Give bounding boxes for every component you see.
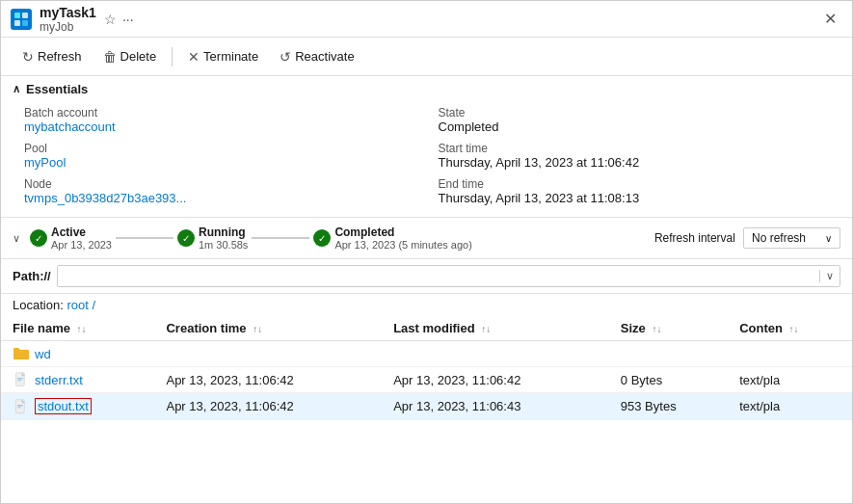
state-label: State (439, 106, 834, 119)
path-dropdown-chevron[interactable]: ∨ (819, 270, 840, 282)
start-time-value: Thursday, April 13, 2023 at 11:06:42 (439, 155, 834, 170)
pool-link[interactable]: myPool (24, 155, 419, 170)
svg-rect-10 (17, 407, 21, 408)
path-label: Path:// (13, 269, 51, 283)
essentials-grid: Batch account mybatchaccount State Compl… (1, 102, 852, 218)
pipeline-step-active: ✓ Active Apr 13, 2023 (30, 225, 112, 251)
end-time-value: Thursday, April 13, 2023 at 11:08:13 (439, 191, 834, 205)
file-table: File name ↑↓ Creation time ↑↓ Last modif… (1, 316, 852, 420)
toolbar-separator (172, 47, 173, 66)
delete-icon: 🗑 (103, 49, 117, 65)
node-label: Node (24, 177, 419, 191)
completed-step-sublabel: Apr 13, 2023 (5 minutes ago) (334, 239, 471, 251)
page-subtitle: myJob (40, 20, 96, 34)
selected-file-name[interactable]: stdout.txt (35, 398, 92, 414)
svg-rect-3 (14, 20, 20, 26)
folder-icon (13, 346, 30, 361)
location-path[interactable]: root / (67, 298, 95, 312)
table-row[interactable]: wd (1, 341, 852, 367)
content-cell (728, 341, 852, 367)
creation-time-cell (154, 341, 382, 367)
essentials-header[interactable]: ∧ Essentials (1, 76, 852, 102)
terminate-icon: ✕ (188, 49, 200, 65)
path-input[interactable] (58, 266, 819, 286)
file-icon (13, 372, 30, 387)
content-cell: text/pla (728, 393, 852, 420)
active-step-icon: ✓ (30, 229, 47, 247)
file-name-cell: wd (1, 341, 154, 367)
svg-rect-2 (22, 13, 28, 18)
batch-account-item: Batch account mybatchaccount (24, 106, 419, 134)
start-time-label: Start time (439, 142, 834, 155)
table-header-row: File name ↑↓ Creation time ↑↓ Last modif… (1, 316, 852, 341)
pool-label: Pool (24, 142, 419, 155)
col-creation[interactable]: Creation time ↑↓ (154, 316, 382, 341)
last-modified-cell (382, 341, 609, 367)
svg-rect-0 (11, 9, 32, 30)
state-value: Completed (439, 119, 834, 134)
title-bar: myTask1 myJob ☆ ··· ✕ (1, 1, 852, 38)
toolbar: ↻ Refresh 🗑 Delete ✕ Terminate ↺ Reactiv… (1, 38, 852, 76)
file-name-cell: stdout.txt (1, 393, 154, 420)
reactivate-icon: ↺ (280, 49, 291, 65)
pipeline-step-running: ✓ Running 1m 30.58s (177, 225, 248, 251)
close-button[interactable]: ✕ (818, 8, 842, 30)
size-cell: 0 Bytes (609, 367, 728, 393)
app-logo (11, 9, 32, 30)
active-step-label: Active (51, 225, 112, 239)
delete-button[interactable]: 🗑 Delete (93, 45, 167, 68)
running-step-sublabel: 1m 30.58s (199, 239, 248, 251)
page-title: myTask1 (40, 5, 96, 20)
state-item: State Completed (439, 106, 834, 134)
more-icon[interactable]: ··· (122, 12, 134, 27)
pin-icon[interactable]: ☆ (104, 12, 117, 27)
refresh-interval-dropdown[interactable]: No refresh ∨ (743, 227, 840, 249)
active-step-sublabel: Apr 13, 2023 (51, 239, 112, 251)
refresh-dropdown-chevron: ∨ (825, 233, 832, 244)
col-modified[interactable]: Last modified ↑↓ (382, 316, 609, 341)
refresh-button[interactable]: ↻ Refresh (13, 45, 92, 68)
svg-rect-4 (22, 20, 28, 26)
sort-icon-modified: ↑↓ (481, 324, 491, 334)
svg-rect-9 (17, 405, 23, 406)
content-cell: text/pla (728, 367, 852, 393)
creation-time-cell: Apr 13, 2023, 11:06:42 (154, 367, 382, 393)
col-content[interactable]: Conten ↑↓ (728, 316, 852, 341)
batch-account-link[interactable]: mybatchaccount (24, 119, 419, 134)
svg-rect-7 (17, 380, 21, 381)
svg-rect-6 (17, 378, 23, 379)
batch-account-label: Batch account (24, 106, 419, 119)
essentials-chevron: ∧ (13, 83, 20, 95)
pipeline-step-completed: ✓ Completed Apr 13, 2023 (5 minutes ago) (313, 225, 471, 251)
reactivate-button[interactable]: ↺ Reactivate (270, 45, 363, 68)
file-icon (13, 399, 30, 414)
sort-icon-size: ↑↓ (652, 324, 661, 334)
sort-icon-creation: ↑↓ (253, 324, 262, 334)
col-filename[interactable]: File name ↑↓ (1, 316, 154, 341)
file-link[interactable]: stderr.txt (35, 373, 83, 387)
running-step-label: Running (199, 225, 248, 239)
creation-time-cell: Apr 13, 2023, 11:06:42 (154, 393, 382, 420)
col-size[interactable]: Size ↑↓ (609, 316, 728, 341)
terminate-button[interactable]: ✕ Terminate (178, 45, 268, 68)
table-row[interactable]: stderr.txtApr 13, 2023, 11:06:42Apr 13, … (1, 367, 852, 393)
pipeline-toggle[interactable]: ∨ (13, 232, 20, 245)
title-bar-actions: ☆ ··· (104, 12, 134, 27)
node-link[interactable]: tvmps_0b3938d27b3ae393... (24, 191, 419, 205)
refresh-interval-value: No refresh (752, 231, 806, 245)
file-table-wrapper: File name ↑↓ Creation time ↑↓ Last modif… (1, 316, 852, 420)
location-bar: Location: root / (1, 294, 852, 316)
end-time-item: End time Thursday, April 13, 2023 at 11:… (439, 177, 834, 205)
path-bar: Path:// ∨ (1, 259, 852, 294)
pool-item: Pool myPool (24, 142, 419, 170)
last-modified-cell: Apr 13, 2023, 11:06:42 (382, 367, 609, 393)
size-cell: 953 Bytes (609, 393, 728, 420)
file-name-cell: stderr.txt (1, 367, 154, 393)
running-step-icon: ✓ (177, 229, 195, 247)
refresh-interval-container: Refresh interval No refresh ∨ (654, 227, 840, 249)
pipeline-bar: ∨ ✓ Active Apr 13, 2023 ✓ Running 1m 30.… (1, 218, 852, 259)
completed-step-label: Completed (334, 225, 471, 239)
svg-rect-1 (14, 13, 20, 18)
table-row[interactable]: stdout.txtApr 13, 2023, 11:06:42Apr 13, … (1, 393, 852, 420)
folder-name[interactable]: wd (35, 347, 51, 361)
